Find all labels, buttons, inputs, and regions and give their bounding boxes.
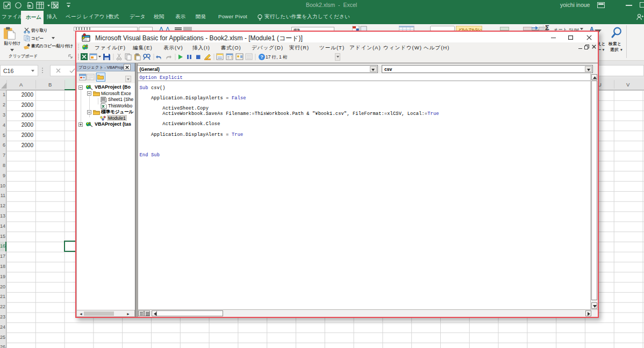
svg-text:?: ? [260,54,263,60]
